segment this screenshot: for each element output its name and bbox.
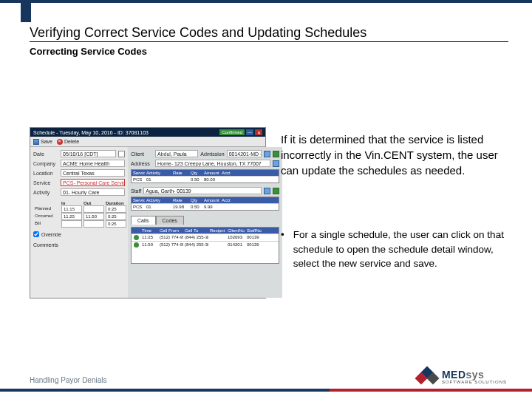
address-label: Address (131, 161, 153, 166)
planned-in[interactable]: 11:15 (61, 205, 82, 213)
calls-th-time: Time (140, 228, 158, 233)
service-field[interactable]: PCS- Personal Care Service (61, 179, 125, 186)
occurred-dur: 0:25 (106, 213, 126, 220)
tab-calls[interactable]: Calls (131, 216, 156, 225)
call-cell: (844) 255-3849 (183, 242, 208, 248)
delete-label: Delete (64, 139, 79, 144)
call-row[interactable]: 11:50(512) 774-9555(844) 255-38490142010… (132, 241, 279, 248)
svc-cell: 80.00 (202, 177, 220, 183)
delete-icon (57, 139, 63, 145)
activity-label: Activity (33, 190, 58, 195)
client-field[interactable]: Abdul, Paula (155, 150, 198, 157)
admission-field[interactable]: 0014201-MD - Ac (227, 150, 262, 157)
call-cell: 11:25 (140, 234, 158, 241)
minimize-icon[interactable]: — (246, 129, 253, 135)
st-th-amount: Amount (202, 197, 220, 203)
staff-label: Staff (131, 188, 141, 194)
window-titlebar: Schedule - Tuesday, May 10, 2016 - ID: 3… (30, 128, 265, 137)
svc-th-qty: Qty (189, 170, 202, 176)
body-paragraph: If it is determined that the service is … (281, 132, 505, 178)
svc-cell (220, 177, 238, 183)
occurred-out[interactable]: 11:50 (83, 213, 104, 220)
client-view-icon[interactable] (264, 151, 270, 157)
bill-out (83, 220, 104, 228)
staff-add-icon[interactable] (273, 188, 279, 194)
override-checkbox[interactable] (33, 231, 39, 237)
time-grid: InOutDuration Planned11:150:25 Occurred1… (33, 201, 125, 228)
call-cell: 102693 (226, 234, 245, 241)
service-table: ServiceActivityRateQtyAmountAcct PCS010.… (131, 169, 279, 183)
staff-row[interactable]: PCS0119.980.509.99 (132, 203, 279, 210)
map-icon[interactable] (273, 160, 279, 167)
svc-th-acct: Acct (220, 170, 238, 176)
footer-bar (0, 389, 532, 392)
row-bill-label: Bill (33, 220, 60, 228)
call-cell: 00139 (245, 234, 263, 241)
calls-th-staff: StaffNo (245, 228, 263, 233)
st-th-qty: Qty (189, 197, 202, 203)
brand-logo: MEDsys SOFTWARE SOLUTIONS (417, 368, 507, 386)
calls-th-recip: Recipnt (208, 228, 226, 233)
call-cell: (512) 774-9555 (158, 242, 183, 248)
slide-top-accent (21, 0, 31, 22)
calls-th-ico (132, 228, 140, 233)
call-status-icon (132, 242, 140, 248)
bill-dur: 0:25 (106, 220, 126, 228)
tab-codes[interactable]: Codes (156, 216, 184, 225)
st-th-acct: Acct (220, 197, 238, 203)
company-label: Company (33, 161, 58, 166)
date-label: Date (33, 151, 58, 157)
left-panel: Date05/10/16 [CDT] CompanyACME Home Heal… (30, 147, 128, 298)
location-label: Location (33, 171, 58, 176)
date-field[interactable]: 05/10/16 [CDT] (61, 150, 116, 157)
planned-dur: 0:25 (106, 205, 126, 213)
staff-table: ServiceActivityRateQtyAmountAcct PCS0119… (131, 197, 279, 211)
planned-out[interactable] (83, 205, 104, 213)
delete-button[interactable]: Delete (57, 139, 79, 145)
title-underline (30, 41, 508, 42)
company-field[interactable]: ACME Home Health (61, 160, 125, 167)
svc-cell (171, 177, 189, 183)
logo-mark-icon (417, 368, 437, 386)
svc-cell: 01 (145, 177, 171, 183)
st-th-service: Service (132, 197, 145, 203)
client-add-icon[interactable] (273, 151, 279, 157)
call-cell: 11:50 (140, 242, 158, 248)
occurred-in[interactable]: 11:25 (61, 213, 82, 220)
address-field[interactable]: Home- 123 Creepy Lane, Houston, TX 77007 (155, 160, 270, 167)
calendar-icon[interactable] (118, 151, 125, 157)
slide-title: Verifying Correct Service Codes and Upda… (30, 25, 366, 41)
logo-text: MEDsys (442, 369, 507, 380)
calls-th-to: Call To (183, 228, 208, 233)
svc-th-rate: Rate (171, 170, 189, 176)
svc-cell: 0.50 (189, 177, 202, 183)
st-cell: 9.99 (202, 204, 220, 210)
location-field[interactable]: Central Texas (61, 169, 125, 177)
svc-th-activity: Activity (145, 170, 171, 176)
staff-field[interactable]: Agua, Garth- 00139 (143, 187, 262, 194)
st-cell (220, 204, 238, 210)
close-icon[interactable]: ✕ (255, 129, 262, 135)
toolbar: Save Delete (30, 137, 265, 147)
bullet-list: • For a single schedule, the user can cl… (281, 228, 505, 271)
staff-view-icon[interactable] (264, 188, 270, 194)
footer-text: Handling Payor Denials (30, 376, 107, 384)
override-label: Override (41, 232, 61, 237)
comments-field[interactable] (33, 248, 125, 277)
calls-th-client: ClientNo (226, 228, 245, 233)
service-row[interactable]: PCS010.5080.00 (132, 176, 279, 183)
save-button[interactable]: Save (33, 139, 52, 145)
st-th-activity: Activity (145, 197, 171, 203)
call-row[interactable]: 11:25(512) 774-9555(844) 255-38491026930… (132, 233, 279, 241)
call-cell: 014201 (226, 242, 245, 248)
activity-field[interactable]: 01- Hourly Care (61, 188, 125, 196)
st-cell: 0.50 (189, 204, 202, 210)
calls-table: TimeCall FromCall ToRecipntClientNoStaff… (131, 227, 279, 264)
bill-in (61, 220, 82, 228)
row-planned-label: Planned (33, 205, 60, 213)
right-panel: ClientAbdul, PaulaAdmission0014201-MD - … (128, 147, 282, 298)
window-title: Schedule - Tuesday, May 10, 2016 - ID: 3… (33, 130, 149, 135)
save-icon (33, 139, 39, 145)
client-label: Client (131, 151, 153, 157)
row-occurred-label: Occurred (33, 213, 60, 220)
